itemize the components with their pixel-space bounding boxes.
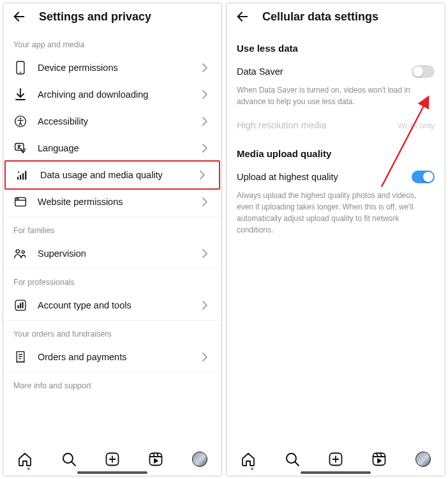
search-icon[interactable]	[285, 452, 300, 467]
header: Cellular data settings	[227, 3, 445, 31]
settings-screen: Settings and privacy Your app and media …	[3, 3, 222, 476]
svg-point-17	[16, 250, 19, 253]
svg-rect-8	[17, 177, 19, 180]
row-orders-payments[interactable]: Orders and payments	[3, 344, 221, 370]
chevron-right-icon	[202, 117, 211, 126]
chevron-right-icon	[202, 197, 211, 206]
chevron-right-icon	[202, 63, 211, 72]
svg-point-6	[20, 118, 21, 119]
data-saver-description: When Data Saver is turned on, videos won…	[227, 84, 445, 114]
new-post-icon[interactable]	[328, 452, 343, 467]
row-label: Language	[38, 143, 192, 153]
section-app-media-label: Your app and media	[3, 31, 221, 54]
row-label: Accessibility	[38, 116, 192, 126]
cellular-content: Use less data Data Saver When Data Saver…	[227, 31, 445, 443]
svg-point-26	[63, 453, 73, 463]
reels-icon[interactable]	[148, 452, 163, 467]
upload-hq-label: Upload at highest quality	[237, 172, 338, 182]
row-label: Supervision	[38, 248, 192, 259]
upload-hq-toggle[interactable]	[412, 171, 435, 183]
row-label: Orders and payments	[38, 352, 192, 362]
svg-rect-10	[22, 173, 24, 179]
chevron-right-icon	[202, 144, 211, 153]
bottom-nav	[227, 443, 445, 476]
accessibility-icon	[13, 115, 27, 128]
phone-icon	[13, 61, 27, 75]
media-upload-heading: Media upload quality	[227, 137, 445, 164]
svg-point-15	[17, 199, 17, 199]
page-title: Cellular data settings	[262, 10, 378, 24]
row-label: Website permissions	[38, 197, 192, 207]
data-saver-toggle[interactable]	[412, 65, 435, 78]
page-title: Settings and privacy	[39, 10, 151, 24]
download-icon	[13, 88, 27, 101]
people-icon	[13, 248, 27, 259]
home-indicator	[77, 471, 147, 474]
use-less-data-heading: Use less data	[227, 31, 445, 59]
section-more-label: More info and support	[3, 372, 221, 395]
row-accessibility[interactable]: Accessibility	[3, 108, 221, 135]
svg-rect-22	[22, 302, 23, 308]
section-families-label: For families	[3, 217, 221, 240]
high-res-label: High resolution media	[237, 120, 326, 130]
svg-point-16	[18, 199, 19, 199]
row-label: Account type and tools	[38, 300, 192, 310]
row-high-res-media: High resolution media Wi-Fi only	[227, 114, 445, 137]
chevron-right-icon	[202, 301, 211, 310]
svg-line-27	[71, 462, 75, 466]
header: Settings and privacy	[3, 3, 221, 31]
chevron-right-icon	[202, 353, 211, 361]
home-icon[interactable]	[17, 452, 33, 467]
row-label: Data usage and media quality	[40, 170, 190, 180]
profile-avatar[interactable]	[415, 452, 431, 467]
notification-dot	[27, 468, 30, 470]
settings-list: Your app and media Device permissions Ar…	[3, 31, 221, 443]
row-device-permissions[interactable]: Device permissions	[3, 54, 221, 81]
row-label: Archiving and downloading	[38, 89, 192, 100]
svg-rect-11	[25, 171, 26, 180]
high-res-value: Wi-Fi only	[398, 121, 435, 130]
svg-point-12	[18, 171, 19, 172]
svg-rect-21	[20, 303, 21, 308]
svg-line-37	[295, 462, 299, 466]
profile-avatar[interactable]	[192, 452, 207, 467]
data-saver-label: Data Saver	[237, 66, 283, 77]
highlight-data-usage: Data usage and media quality	[4, 160, 220, 190]
svg-point-18	[22, 250, 24, 253]
row-data-usage[interactable]: Data usage and media quality	[6, 162, 219, 188]
section-orders-label: Your orders and fundraisers	[3, 321, 221, 344]
signal-bars-icon	[16, 169, 30, 181]
row-website-permissions[interactable]: Website permissions	[3, 188, 221, 215]
back-icon[interactable]	[235, 10, 250, 24]
tools-icon	[13, 299, 27, 312]
row-upload-highest[interactable]: Upload at highest quality	[227, 164, 445, 190]
row-label: Device permissions	[38, 63, 192, 73]
svg-point-36	[287, 453, 296, 463]
search-icon[interactable]	[61, 452, 77, 467]
section-professionals-label: For professionals	[3, 269, 221, 292]
row-account-type[interactable]: Account type and tools	[3, 292, 221, 319]
chevron-right-icon	[202, 249, 211, 258]
receipt-icon	[13, 351, 27, 363]
row-data-saver[interactable]: Data Saver	[227, 59, 445, 84]
row-language[interactable]: Language	[3, 135, 221, 162]
home-indicator	[301, 471, 371, 474]
new-post-icon[interactable]	[105, 452, 120, 467]
back-icon[interactable]	[12, 10, 26, 24]
svg-rect-9	[20, 175, 21, 179]
reels-icon[interactable]	[371, 452, 387, 467]
chevron-right-icon	[200, 171, 209, 179]
row-supervision[interactable]: Supervision	[3, 240, 221, 267]
home-icon[interactable]	[241, 452, 256, 467]
bottom-nav	[3, 443, 221, 476]
chevron-right-icon	[202, 90, 211, 99]
svg-rect-20	[17, 305, 19, 308]
notification-dot	[251, 468, 253, 470]
browser-icon	[13, 196, 27, 208]
cellular-data-screen: Cellular data settings Use less data Dat…	[226, 3, 445, 476]
row-archiving[interactable]: Archiving and downloading	[3, 81, 221, 108]
language-icon	[13, 142, 27, 155]
upload-hq-description: Always upload the highest quality photos…	[227, 190, 445, 242]
